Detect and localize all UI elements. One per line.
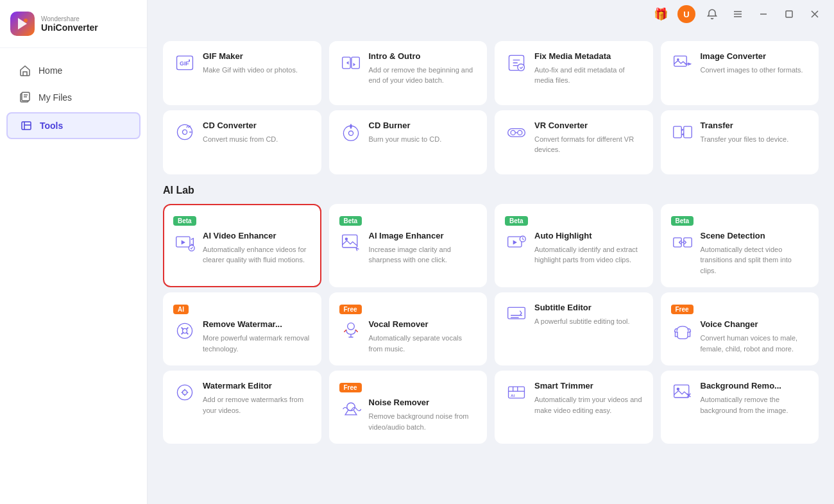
svg-point-32 bbox=[182, 329, 187, 333]
tool-body: GIF GIF Maker Make Gif with video or pho… bbox=[173, 51, 311, 75]
tool-body: CD Converter Convert music from CD. bbox=[173, 121, 311, 144]
sidebar: Wondershare UniConverter Home My Files bbox=[0, 0, 148, 504]
tool-card-fix-media-metadata[interactable]: Fix Media Metadata Auto-fix and edit met… bbox=[495, 41, 653, 105]
tool-info: CD Burner Burn your music to CD. bbox=[369, 121, 477, 144]
tool-card-remove-watermark[interactable]: AI Remove Watermar... More powerful wate… bbox=[163, 292, 321, 365]
sidebar-item-home-label: Home bbox=[38, 65, 62, 76]
tool-body: AI Video Enhancer Automatically enhance … bbox=[173, 231, 311, 265]
tool-desc: Increase image clarity and sharpness wit… bbox=[369, 244, 477, 265]
vocal-remover-icon bbox=[339, 319, 362, 342]
tool-name: Auto Highlight bbox=[534, 231, 643, 242]
svg-text:GIF: GIF bbox=[180, 60, 189, 67]
tool-card-vr-converter[interactable]: VR Converter Convert formats for differe… bbox=[495, 110, 653, 174]
sidebar-item-home[interactable]: Home bbox=[6, 58, 140, 83]
svg-point-15 bbox=[182, 130, 187, 134]
tool-body: VR Converter Convert formats for differe… bbox=[505, 121, 643, 155]
tool-card-cd-converter[interactable]: CD Converter Convert music from CD. bbox=[163, 110, 321, 174]
svg-rect-30 bbox=[683, 238, 691, 247]
user-avatar[interactable]: U bbox=[677, 5, 695, 23]
tool-name: AI Video Enhancer bbox=[203, 231, 311, 242]
tool-card-gif-maker[interactable]: GIF GIF Maker Make Gif with video or pho… bbox=[163, 41, 321, 105]
svg-point-33 bbox=[347, 323, 354, 330]
svg-rect-25 bbox=[342, 235, 357, 248]
background-remover-icon bbox=[671, 381, 694, 404]
tool-info: Voice Changer Convert human voices to ma… bbox=[701, 319, 809, 354]
tool-body: Auto Highlight Automatically identify an… bbox=[505, 231, 643, 265]
remove-watermark-icon bbox=[173, 319, 196, 342]
tool-info: AI Video Enhancer Automatically enhance … bbox=[203, 231, 311, 265]
tool-body: AI Image Enhancer Increase image clarity… bbox=[339, 231, 477, 265]
tool-body: Subtitle Editor A powerful subtitle edit… bbox=[505, 303, 643, 326]
sidebar-item-tools[interactable]: Tools bbox=[6, 112, 140, 139]
svg-point-26 bbox=[345, 237, 347, 240]
tool-card-noise-remover[interactable]: Free Noise Remover Remove background noi… bbox=[329, 371, 488, 444]
transfer-icon bbox=[671, 121, 694, 144]
tool-name: VR Converter bbox=[534, 121, 643, 131]
tool-body: CD Burner Burn your music to CD. bbox=[339, 121, 477, 144]
badge-free: Free bbox=[339, 305, 362, 314]
tool-desc: Automatically enhance videos for clearer… bbox=[203, 244, 311, 265]
svg-rect-12 bbox=[674, 56, 686, 66]
tool-desc: More powerful watermark removal technolo… bbox=[203, 333, 311, 354]
tool-card-voice-changer[interactable]: Free Voice Changer Convert human bbox=[661, 292, 819, 365]
tool-card-ai-video-enhancer[interactable]: Beta AI Video Enhancer Automatica bbox=[163, 204, 321, 287]
tool-desc: Auto-fix and edit metadata of media file… bbox=[534, 65, 643, 86]
tool-body: Remove Watermar... More powerful waterma… bbox=[173, 319, 311, 354]
tool-card-image-converter[interactable]: Image Converter Convert images to other … bbox=[661, 41, 819, 105]
tool-name: Image Converter bbox=[701, 51, 809, 62]
tool-card-ai-image-enhancer[interactable]: Beta AI Image Enhancer Increase image cl… bbox=[329, 204, 488, 287]
tool-card-vocal-remover[interactable]: Free Vocal Remover Automatically separat… bbox=[329, 292, 488, 365]
tool-info: Vocal Remover Automatically separate voc… bbox=[369, 319, 477, 354]
svg-rect-21 bbox=[673, 126, 681, 138]
ai-lab-grid-row2: AI Remove Watermar... More powerful wate… bbox=[163, 292, 819, 365]
bell-icon[interactable] bbox=[703, 5, 721, 23]
vr-icon bbox=[505, 121, 528, 144]
svg-point-36 bbox=[182, 391, 187, 395]
tool-desc: Add or remove watermarks from your video… bbox=[203, 394, 311, 416]
svg-point-1 bbox=[24, 19, 28, 22]
tool-card-intro-outro[interactable]: Intro & Outro Add or remove the beginnin… bbox=[329, 41, 488, 105]
tool-card-transfer[interactable]: Transfer Transfer your files to device. bbox=[661, 110, 819, 174]
tool-desc: Burn your music to CD. bbox=[369, 134, 477, 145]
minimize-icon[interactable] bbox=[754, 5, 772, 23]
tool-card-subtitle-editor[interactable]: Subtitle Editor A powerful subtitle edit… bbox=[495, 292, 653, 365]
tool-name: CD Burner bbox=[369, 121, 477, 131]
tool-info: Noise Remover Remove background noise fr… bbox=[369, 398, 477, 432]
tool-card-watermark-editor[interactable]: Watermark Editor Add or remove watermark… bbox=[163, 371, 321, 444]
tool-info: Background Remo... Automatically remove … bbox=[701, 381, 809, 416]
tool-desc: Convert images to other formats. bbox=[701, 65, 809, 76]
tool-info: Subtitle Editor A powerful subtitle edit… bbox=[534, 303, 643, 326]
home-icon bbox=[19, 65, 31, 76]
tool-desc: Convert music from CD. bbox=[203, 134, 311, 145]
gift-icon[interactable]: 🎁 bbox=[652, 5, 670, 23]
tool-card-scene-detection[interactable]: Beta Scene Detection Automatically detec… bbox=[661, 204, 819, 287]
tool-card-cd-burner[interactable]: CD Burner Burn your music to CD. bbox=[329, 110, 488, 174]
app-logo bbox=[10, 12, 35, 36]
badge-beta: Beta bbox=[671, 216, 694, 226]
tool-desc: Make Gif with video or photos. bbox=[203, 65, 311, 76]
subtitle-editor-icon bbox=[505, 303, 528, 326]
topbar: 🎁 U bbox=[148, 0, 834, 28]
tool-body: Noise Remover Remove background noise fr… bbox=[339, 398, 477, 432]
tool-desc: Automatically separate vocals from music… bbox=[369, 333, 477, 354]
svg-rect-4 bbox=[22, 122, 31, 130]
sidebar-item-myfiles[interactable]: My Files bbox=[6, 85, 140, 110]
badge-beta: Beta bbox=[173, 216, 196, 226]
tool-info: GIF Maker Make Gif with video or photos. bbox=[203, 51, 311, 75]
maximize-icon[interactable] bbox=[780, 5, 798, 23]
close-icon[interactable] bbox=[806, 5, 824, 23]
tool-desc: Convert human voices to male, female, ch… bbox=[701, 333, 809, 354]
ai-video-enhancer-icon bbox=[173, 231, 196, 254]
svg-rect-5 bbox=[786, 11, 792, 17]
tool-card-background-remover[interactable]: Background Remo... Automatically remove … bbox=[661, 371, 819, 444]
intro-icon bbox=[339, 51, 362, 74]
smart-trimmer-icon: AI bbox=[505, 381, 528, 404]
menu-icon[interactable] bbox=[729, 5, 747, 23]
tool-info: Smart Trimmer Automatically trim your vi… bbox=[534, 381, 643, 416]
tool-body: Image Converter Convert images to other … bbox=[671, 51, 809, 75]
tool-card-smart-trimmer[interactable]: AI Smart Trimmer Automatically trim your… bbox=[495, 371, 653, 444]
svg-rect-22 bbox=[683, 126, 691, 138]
svg-point-20 bbox=[518, 130, 522, 135]
tool-card-auto-highlight[interactable]: Beta Auto Highlight Automatically identi… bbox=[495, 204, 653, 287]
tool-name: CD Converter bbox=[203, 121, 311, 131]
